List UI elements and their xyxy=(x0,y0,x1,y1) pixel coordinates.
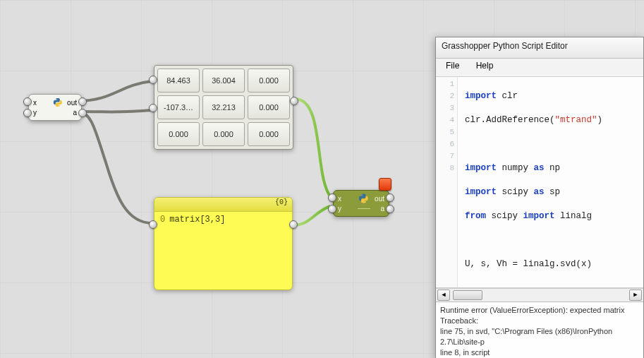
script-editor-window[interactable]: Grasshopper Python Script Editor File He… xyxy=(435,37,644,358)
port[interactable] xyxy=(328,205,336,213)
scroll-right-icon[interactable]: ► xyxy=(629,290,642,301)
code-editor[interactable]: import clr clr.AddReference("mtrand") im… xyxy=(458,77,643,287)
node1-in-x: x xyxy=(33,99,40,107)
node2-out-out: out xyxy=(370,195,384,203)
matrix-cell: 0.000 xyxy=(248,95,290,119)
panel-text: matrix[3,3] xyxy=(169,215,225,225)
node2-in-y: y xyxy=(338,205,346,213)
matrix-cell: 36.004 xyxy=(202,68,245,93)
port[interactable] xyxy=(149,76,157,84)
port[interactable] xyxy=(328,193,336,202)
editor-title: Grasshopper Python Script Editor xyxy=(436,37,643,59)
panel-header: {0} xyxy=(154,198,292,212)
matrix-cell: 0.000 xyxy=(157,122,200,146)
port[interactable] xyxy=(78,109,87,117)
editor-menubar: File Help xyxy=(436,59,643,77)
port[interactable] xyxy=(23,109,32,117)
port[interactable] xyxy=(290,97,298,105)
svg-point-0 xyxy=(56,99,56,100)
error-badge-icon[interactable] xyxy=(379,178,391,191)
menu-help[interactable]: Help xyxy=(476,61,494,71)
port[interactable] xyxy=(289,220,298,229)
python-node-1[interactable]: x out y a xyxy=(28,94,82,121)
matrix-cell: -107.3… xyxy=(157,95,200,119)
python-icon xyxy=(53,97,63,108)
scroll-thumb[interactable] xyxy=(453,290,482,300)
port[interactable] xyxy=(149,220,157,229)
node1-in-y: y xyxy=(33,109,40,117)
matrix-cell: 0.000 xyxy=(248,122,290,146)
svg-point-2 xyxy=(362,194,363,195)
matrix-cell: 84.463 xyxy=(157,68,200,93)
matrix-display[interactable]: 84.463 36.004 0.000 -107.3… 32.213 0.000… xyxy=(154,65,293,150)
node1-out-out: out xyxy=(63,99,77,107)
svg-point-1 xyxy=(59,105,59,106)
port[interactable] xyxy=(386,205,394,213)
svg-point-3 xyxy=(365,201,365,202)
port[interactable] xyxy=(23,97,32,106)
matrix-cell: 0.000 xyxy=(202,122,245,146)
matrix-cell: 32.213 xyxy=(202,95,245,119)
data-viewer-panel[interactable]: {0} 0matrix[3,3] xyxy=(154,197,293,290)
node2-in-x: x xyxy=(338,195,346,203)
node1-out-a: a xyxy=(63,109,77,117)
menu-file[interactable]: File xyxy=(446,61,459,71)
error-output: Runtime error (ValueErrorException): exp… xyxy=(436,302,643,358)
python-icon xyxy=(358,193,369,204)
port[interactable] xyxy=(149,104,157,112)
port[interactable] xyxy=(78,97,87,106)
port[interactable] xyxy=(386,193,394,202)
matrix-cell: 0.000 xyxy=(248,68,290,93)
node2-out-a: a xyxy=(370,205,384,213)
scroll-left-icon[interactable]: ◄ xyxy=(437,290,450,301)
panel-index: 0 xyxy=(160,215,165,225)
python-node-2-selected[interactable]: x out y a xyxy=(333,190,389,217)
editor-hscrollbar[interactable]: ◄ ► xyxy=(436,288,643,302)
line-gutter: 1 2 3 4 5 6 7 8 xyxy=(436,77,458,287)
